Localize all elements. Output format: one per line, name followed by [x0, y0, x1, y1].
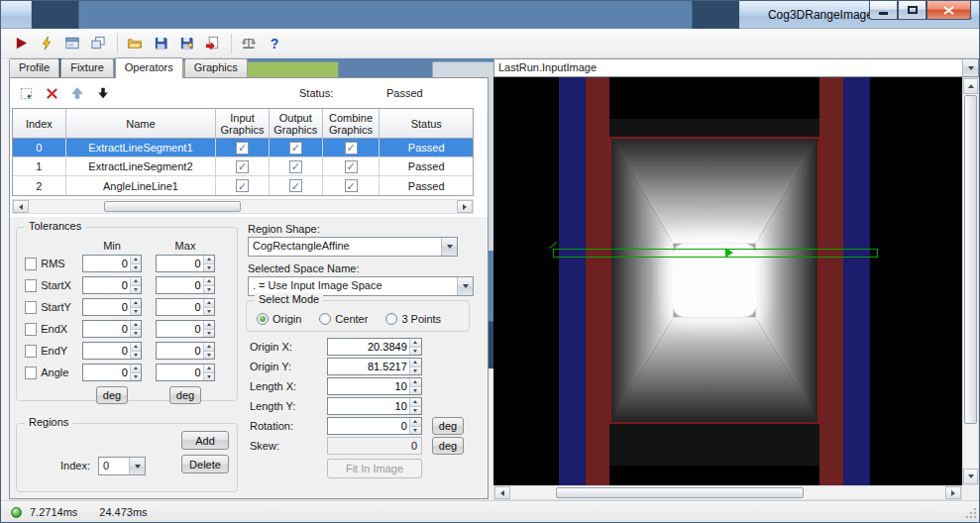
image-canvas[interactable] [493, 77, 962, 485]
record-selector-combobox[interactable]: LastRun.InputImage [493, 58, 979, 77]
minimize-button[interactable] [869, 1, 898, 20]
spin-up-button[interactable] [131, 277, 141, 286]
dropdown-button[interactable] [457, 277, 473, 295]
combine-graphics-checkbox[interactable]: ✓ [345, 142, 358, 155]
length-y-spinner[interactable] [327, 397, 422, 415]
rms-max-spinner[interactable] [156, 255, 215, 272]
col-header-index[interactable]: Index [13, 109, 66, 138]
spin-up-button[interactable] [131, 321, 141, 330]
spin-up-button[interactable] [410, 398, 421, 407]
fit-in-image-button[interactable]: Fit In Image [327, 459, 422, 478]
tab-operators[interactable]: Operators [115, 57, 183, 78]
rotation-spinner[interactable] [327, 417, 422, 435]
scroll-down-button[interactable] [963, 469, 978, 484]
rms-checkbox[interactable] [25, 258, 37, 270]
spin-up-button[interactable] [410, 378, 421, 387]
scroll-up-button[interactable] [963, 78, 978, 94]
input-graphics-checkbox[interactable]: ✓ [236, 179, 249, 192]
tab-graphics[interactable]: Graphics [184, 58, 248, 77]
spin-up-button[interactable] [410, 359, 421, 367]
tab-profile[interactable]: Profile [9, 58, 59, 77]
spin-down-button[interactable] [131, 352, 141, 360]
measure-button[interactable] [237, 32, 261, 55]
spin-up-button[interactable] [204, 299, 214, 308]
spinner-input[interactable] [328, 339, 409, 355]
starty-max-spinner[interactable] [156, 298, 215, 316]
delete-operator-button[interactable] [40, 81, 63, 105]
move-up-button[interactable] [65, 81, 89, 105]
startx-max-spinner[interactable] [156, 276, 215, 294]
scroll-right-button[interactable] [945, 486, 961, 499]
spin-up-button[interactable] [204, 365, 214, 373]
spinner-input[interactable] [83, 321, 130, 337]
spin-down-button[interactable] [131, 264, 141, 272]
spin-up-button[interactable] [131, 256, 141, 264]
three-points-radio[interactable] [385, 313, 397, 325]
spin-up-button[interactable] [204, 277, 214, 286]
origin-radio[interactable] [257, 313, 269, 325]
endy-max-spinner[interactable] [156, 342, 215, 360]
spinner-input[interactable] [157, 343, 203, 359]
scrollbar-thumb[interactable] [964, 95, 977, 424]
scroll-right-button[interactable] [457, 200, 473, 213]
spin-up-button[interactable] [204, 321, 214, 330]
spin-down-button[interactable] [131, 308, 141, 316]
angle-max-spinner[interactable] [156, 364, 215, 381]
viewer-vertical-scrollbar[interactable] [962, 77, 979, 485]
output-graphics-checkbox[interactable]: ✓ [289, 160, 302, 173]
close-button[interactable] [926, 1, 971, 20]
input-graphics-checkbox[interactable]: ✓ [236, 142, 249, 155]
spin-down-button[interactable] [204, 286, 214, 294]
import-button[interactable] [200, 32, 224, 55]
delete-region-button[interactable]: Delete [181, 455, 229, 473]
spin-down-button[interactable] [131, 373, 141, 381]
output-graphics-checkbox[interactable]: ✓ [289, 142, 302, 155]
spinner-input[interactable] [83, 277, 130, 293]
dropdown-button[interactable] [129, 458, 145, 474]
open-file-button[interactable] [123, 32, 147, 55]
maximize-button[interactable] [898, 1, 926, 20]
spinner-input[interactable] [157, 299, 203, 315]
angle-min-spinner[interactable] [82, 364, 142, 381]
spinner-input[interactable] [328, 359, 409, 374]
spin-down-button[interactable] [204, 352, 214, 360]
endy-checkbox[interactable] [25, 345, 37, 358]
save-results-button[interactable] [174, 32, 198, 55]
resize-grip[interactable] [964, 508, 976, 520]
skew-deg-button[interactable]: deg [432, 437, 464, 455]
table-row[interactable]: 1 ExtractLineSegment2 ✓ ✓ ✓ Passed [13, 157, 473, 176]
angle-checkbox[interactable] [25, 366, 37, 379]
table-row[interactable]: 0 ExtractLineSegment1 ✓ ✓ ✓ Passed [13, 139, 473, 157]
input-graphics-checkbox[interactable]: ✓ [236, 160, 249, 173]
endx-min-spinner[interactable] [82, 320, 142, 338]
spinner-input[interactable] [157, 321, 203, 337]
scrollbar-thumb[interactable] [556, 487, 804, 498]
spinner-input[interactable] [83, 343, 130, 359]
spin-down-button[interactable] [204, 264, 214, 272]
spinner-input[interactable] [328, 398, 409, 414]
endx-max-spinner[interactable] [156, 320, 215, 338]
startx-min-spinner[interactable] [82, 276, 142, 294]
region-index-combobox[interactable]: 0 [98, 457, 146, 475]
spin-down-button[interactable] [410, 348, 421, 356]
spinner-input[interactable] [157, 256, 203, 271]
table-row[interactable]: 2 AngleLineLine1 ✓ ✓ ✓ Passed [13, 176, 473, 195]
spin-up-button[interactable] [410, 418, 421, 427]
spinner-input[interactable] [83, 256, 130, 271]
help-button[interactable]: ? [263, 32, 286, 55]
spin-up-button[interactable] [131, 365, 141, 373]
spin-down-button[interactable] [131, 286, 141, 294]
spin-down-button[interactable] [204, 330, 214, 338]
center-radio[interactable] [319, 313, 331, 325]
spinner-input[interactable] [328, 418, 409, 434]
spin-up-button[interactable] [410, 339, 421, 348]
spin-down-button[interactable] [410, 427, 421, 435]
spin-down-button[interactable] [204, 308, 214, 316]
electric-run-button[interactable] [35, 32, 58, 55]
viewer-horizontal-scrollbar[interactable] [493, 485, 962, 500]
spin-up-button[interactable] [204, 343, 214, 352]
col-header-name[interactable]: Name [66, 109, 216, 138]
scrollbar-thumb[interactable] [104, 201, 241, 212]
spinner-input[interactable] [157, 277, 203, 293]
col-header-output-graphics[interactable]: Output Graphics [270, 109, 323, 138]
